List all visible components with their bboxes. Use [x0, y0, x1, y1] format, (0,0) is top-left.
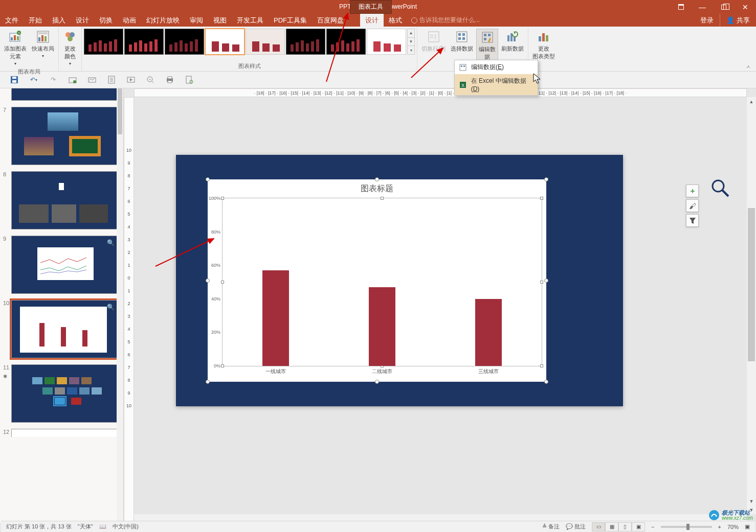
scroll-up[interactable]: ▲ — [747, 97, 756, 106]
normal-view-button[interactable]: ▭ — [592, 522, 605, 531]
zoom-out-button[interactable]: − — [651, 524, 654, 530]
minimize-button[interactable]: — — [692, 0, 713, 14]
chart-style-5[interactable] — [246, 29, 285, 55]
tab-developer[interactable]: 开发工具 — [232, 14, 269, 27]
tab-insert[interactable]: 插入 — [47, 14, 71, 27]
login-button[interactable]: 登录 — [694, 14, 720, 27]
chart-style-6[interactable] — [286, 29, 325, 55]
tell-me[interactable]: 告诉我您想要做什么... — [411, 14, 480, 27]
edit-in-excel-menu-item[interactable]: X 在 Excel 中编辑数据(D) — [455, 74, 538, 95]
chart-style-8[interactable] — [367, 29, 406, 55]
bar-2[interactable] — [369, 287, 395, 366]
resize-handle-w[interactable] — [206, 279, 210, 283]
tab-home[interactable]: 开始 — [24, 14, 47, 27]
resize-handle-sw[interactable] — [206, 380, 210, 384]
zoom-slider[interactable] — [661, 526, 712, 528]
editor-vertical-scrollbar[interactable]: ▲ ▼ ▼ — [747, 97, 756, 514]
gallery-down[interactable]: ▼ — [408, 38, 414, 47]
plot-handle[interactable] — [381, 197, 384, 200]
refresh-data-button[interactable]: 刷新数据 — [499, 29, 526, 54]
start-from-beginning-button[interactable] — [126, 75, 136, 85]
close-button[interactable]: ✕ — [735, 0, 756, 14]
quick-layout-button[interactable]: 快速布局 ▾ — [30, 29, 56, 59]
fit-to-window-button[interactable]: ▣ — [745, 523, 750, 530]
slide-thumb-11[interactable]: 11 ✱ — [0, 361, 123, 426]
styles-gallery-nav[interactable]: ▲ ▼ ▾ — [407, 29, 415, 55]
slide-thumb-8[interactable]: 8 — [0, 168, 123, 233]
collapse-ribbon-icon[interactable]: ㅅ — [746, 63, 751, 71]
chart-elements-button[interactable]: ＋ — [686, 184, 699, 197]
tab-design-main[interactable]: 设计 — [71, 14, 94, 27]
resize-handle-n[interactable] — [375, 177, 379, 181]
qat-btn-10[interactable] — [184, 75, 194, 85]
tab-view[interactable]: 视图 — [208, 14, 232, 27]
slide-canvas[interactable]: 图表标题 0% 20% 40% 60% 80% 100% — [176, 155, 623, 406]
zoom-level[interactable]: 70% — [727, 524, 739, 530]
reading-view-button[interactable]: ▯ — [618, 522, 632, 531]
bar-3[interactable] — [475, 299, 502, 366]
qat-btn-5[interactable] — [87, 75, 97, 85]
slide-thumbnails-pane[interactable]: 7 8 9 🔍 1 — [0, 88, 124, 523]
gallery-more[interactable]: ▾ — [408, 46, 414, 54]
resize-handle-se[interactable] — [544, 380, 548, 384]
notes-button[interactable]: ≜ 备注 — [542, 523, 560, 530]
resize-handle-ne[interactable] — [544, 177, 548, 181]
resize-handle-e[interactable] — [544, 279, 548, 283]
chart-title[interactable]: 图表标题 — [208, 179, 546, 198]
tab-transitions[interactable]: 切换 — [94, 14, 118, 27]
change-chart-type-button[interactable]: 更改 图表类型 — [530, 29, 557, 61]
chart-styles-gallery[interactable]: ▲ ▼ ▾ — [84, 29, 415, 55]
add-chart-element-button[interactable]: + 添加图表 元素 ▾ — [2, 29, 29, 67]
plot-handle[interactable] — [540, 364, 543, 367]
spellcheck-icon[interactable]: 📖 — [99, 523, 106, 530]
maximize-button[interactable] — [713, 0, 735, 14]
slide-thumb-9[interactable]: 9 🔍 — [0, 233, 123, 297]
comments-button[interactable]: 💬 批注 — [566, 523, 586, 530]
chart-object[interactable]: 图表标题 0% 20% 40% 60% 80% 100% — [208, 179, 546, 382]
slide-thumb-12-partial[interactable]: 12 — [0, 426, 123, 437]
edit-data-menu-item[interactable]: 编辑数据(E) — [455, 60, 538, 74]
chart-styles-button[interactable]: 🖌 — [686, 199, 699, 212]
zoom-in-button[interactable]: + — [718, 524, 721, 530]
thumbs-scrollbar[interactable] — [117, 88, 123, 523]
select-data-button[interactable]: 选择数据 — [449, 29, 475, 54]
qat-btn-4[interactable] — [68, 75, 78, 85]
plot-handle[interactable] — [221, 364, 224, 367]
scroll-down[interactable]: ▼ — [747, 497, 756, 505]
tab-baidu[interactable]: 百度网盘 — [312, 14, 349, 27]
gallery-up[interactable]: ▲ — [408, 29, 414, 38]
tab-animations[interactable]: 动画 — [118, 14, 141, 27]
slideshow-view-button[interactable]: ▣ — [632, 522, 645, 531]
chart-style-1[interactable] — [84, 29, 123, 55]
resize-handle-s[interactable] — [375, 380, 379, 384]
chart-style-2[interactable] — [124, 29, 164, 55]
ribbon-display-options[interactable] — [670, 0, 692, 14]
plot-handle[interactable] — [540, 281, 543, 284]
resize-handle-nw[interactable] — [206, 177, 210, 181]
plot-handle[interactable] — [221, 281, 224, 284]
language-indicator[interactable]: 中文(中国) — [113, 523, 139, 530]
slide-thumb-6-partial[interactable] — [0, 88, 123, 104]
tab-slideshow[interactable]: 幻灯片放映 — [141, 14, 185, 27]
slide-editor[interactable]: · |18| · |17| · |16| · |15| · |14| · |13… — [124, 88, 756, 523]
chart-style-7[interactable] — [326, 29, 366, 55]
tab-pdf-tools[interactable]: PDF工具集 — [269, 14, 312, 27]
bar-1[interactable] — [262, 270, 289, 366]
chart-plot-area[interactable]: 0% 20% 40% 60% 80% 100% 一线城市 二线城市 三线城市 — [222, 198, 542, 366]
change-colors-button[interactable]: 更改 颜色 ▾ — [61, 29, 79, 67]
slide-thumb-7[interactable]: 7 — [0, 104, 123, 168]
qat-btn-6[interactable] — [106, 75, 117, 85]
chart-style-4[interactable] — [205, 29, 244, 55]
tab-file[interactable]: 文件 — [0, 14, 24, 27]
zoom-knob[interactable] — [686, 524, 690, 530]
qat-btn-8[interactable]: + — [145, 75, 155, 85]
tab-chart-format[interactable]: 格式 — [384, 14, 407, 27]
quick-print-button[interactable] — [165, 75, 175, 85]
share-button[interactable]: 👤共享 — [720, 14, 756, 27]
tab-chart-design[interactable]: 设计 — [360, 14, 384, 27]
tab-review[interactable]: 审阅 — [185, 14, 208, 27]
sorter-view-button[interactable]: ▦ — [605, 522, 618, 531]
chart-filters-button[interactable] — [686, 214, 699, 227]
plot-handle[interactable] — [221, 197, 224, 200]
scrollbar-thumb[interactable] — [118, 88, 122, 134]
